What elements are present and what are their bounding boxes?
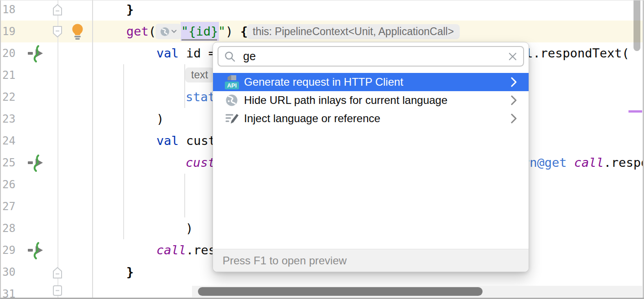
code-token: ) (186, 217, 193, 239)
code-token: get (126, 24, 149, 38)
globe-icon (224, 92, 239, 108)
globe-icon (160, 26, 170, 37)
parameter-name-inlay-hint: text (185, 67, 214, 82)
menu-item-label: Hide URL path inlays for current languag… (244, 94, 447, 107)
code-token: call (574, 155, 604, 170)
code-token: } (126, 0, 134, 21)
menu-item-inject-language[interactable]: Inject language or reference (213, 109, 529, 128)
line-number: 20 (0, 42, 16, 64)
line-number: 24 (0, 130, 16, 152)
code-token: } (126, 261, 134, 283)
horizontal-scrollbar-thumb[interactable] (198, 287, 483, 296)
line-number: 21 (0, 64, 16, 86)
line-number: 31 (0, 283, 16, 299)
lambda-receiver-inlay-hint: this: PipelineContext<Unit, ApplicationC… (247, 24, 460, 39)
intention-bulb-icon[interactable] (69, 23, 86, 41)
code-token: .respondText( (604, 155, 644, 170)
route-path-string: "{id}" (181, 24, 226, 38)
vertical-scrollbar-thumb[interactable] (634, 0, 640, 51)
window-border (0, 0, 644, 0)
suspend-call-gutter-icon[interactable] (26, 241, 46, 260)
line-number: 26 (0, 174, 16, 196)
line-number: 27 (0, 196, 16, 217)
line-number: 25 (0, 152, 16, 174)
chevron-right-icon (510, 76, 518, 88)
footer-hint-text: Press F1 to open preview (223, 254, 347, 267)
clear-search-icon[interactable] (508, 52, 518, 62)
menu-item-generate-http-request[interactable]: API Generate request in HTTP Client (213, 73, 529, 91)
menu-item-label: Generate request in HTTP Client (244, 76, 403, 88)
search-input[interactable] (236, 50, 508, 63)
gutter-separator (92, 0, 93, 299)
suspend-call-gutter-icon[interactable] (26, 154, 46, 173)
url-segment-underline (182, 39, 217, 41)
ide-editor-window: 18 19 20 21 22 23 24 25 26 27 28 29 30 3… (0, 0, 644, 299)
chevron-right-icon (510, 113, 518, 124)
fold-marker-icon[interactable] (52, 26, 63, 38)
chevron-right-icon (510, 94, 518, 106)
fold-marker-icon[interactable] (52, 266, 63, 279)
chevron-down-icon (171, 29, 177, 34)
line-number: 30 (0, 261, 16, 283)
api-http-client-icon: API (224, 74, 239, 90)
code-token: val (156, 134, 179, 148)
line-number: 22 (0, 86, 16, 108)
intention-actions-popup: API Generate request in HTTP Client Hide… (213, 42, 529, 272)
svg-text:API: API (227, 82, 237, 89)
intention-menu: API Generate request in HTTP Client Hide… (213, 73, 529, 128)
line-number: 29 (0, 239, 16, 261)
code-token: ) (226, 24, 241, 38)
line-number: 19 (0, 21, 16, 42)
line-number: 23 (0, 108, 16, 130)
popup-search-field[interactable] (218, 46, 524, 67)
line-number: 18 (0, 0, 16, 21)
code-token: call (156, 243, 186, 257)
code-token: ) (156, 108, 164, 130)
code-token: val (156, 46, 179, 60)
inject-language-icon (224, 110, 239, 127)
search-icon (224, 51, 236, 62)
url-path-inlay[interactable] (156, 24, 181, 39)
error-stripe-mark (628, 110, 642, 113)
menu-item-hide-url-inlays[interactable]: Hide URL path inlays for current languag… (213, 91, 529, 109)
code-token (567, 155, 574, 170)
fold-marker-icon[interactable] (52, 3, 63, 16)
line-number: 28 (0, 217, 16, 239)
fold-marker-icon[interactable] (52, 284, 63, 297)
window-border (0, 0, 1, 299)
indent-guide (184, 174, 185, 217)
code-token: ll.respondText( (518, 42, 629, 64)
code-token: ( (149, 24, 156, 38)
menu-item-label: Inject language or reference (244, 112, 380, 125)
popup-footer: Press F1 to open preview (213, 249, 529, 272)
fold-region-line (57, 0, 58, 299)
suspend-call-gutter-icon[interactable] (26, 44, 46, 63)
indent-guide (123, 64, 124, 239)
